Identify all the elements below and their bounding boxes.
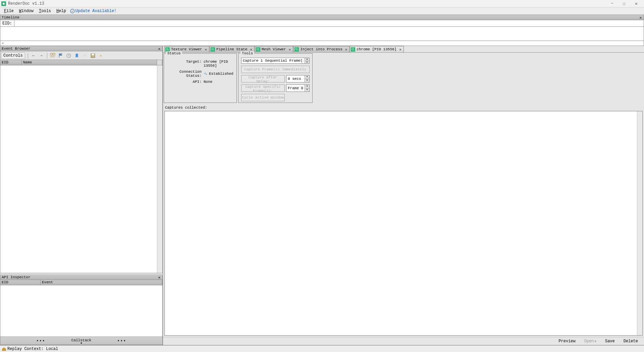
tools-groupbox: Tools ▲▼ Capture Frame(s) Immediately Ca… [238,53,313,103]
api-table-header: EID Event [0,280,163,285]
frame-spinner[interactable]: ▲▼ [305,85,309,92]
tab-close-icon[interactable]: ✕ [344,47,348,52]
status-grid: Target: chrome [PID 13556] Connection St… [167,60,234,84]
controls-button[interactable]: Controls [1,52,25,59]
svg-rect-2 [50,53,52,55]
menu-window[interactable]: Window [16,8,36,14]
status-groupbox: Status Target: chrome [PID 13556] Connec… [164,53,237,103]
capture-specific-button[interactable]: Capture Specific Frame(s): [241,84,285,92]
prev-icon[interactable]: ⇐ [31,53,36,58]
timeline-eid-input[interactable] [14,20,644,26]
timeline-close-icon[interactable]: ✕ [639,15,642,20]
svg-line-15 [297,50,298,51]
status-target-label: Target: [167,60,204,68]
timeline-track[interactable] [0,27,644,41]
menu-tools[interactable]: Tools [36,8,54,14]
frame-input[interactable] [286,85,305,92]
magnifier-icon [165,47,170,52]
timeline-title-text: Timeline [2,15,19,19]
capture-sequential-input[interactable] [241,58,305,63]
api-inspector-title-text: API Inspector [2,275,31,279]
capture-now-button[interactable]: Capture Frame(s) Immediately [241,66,310,73]
app-title: RenderDoc v1.13 [8,1,609,6]
api-inspector-close-icon[interactable]: ✕ [157,275,161,280]
gear-icon[interactable]: ✲ [82,53,88,58]
preview-button[interactable]: Preview [556,338,578,344]
menu-file[interactable]: File [1,8,16,14]
right-footer: Preview Open▼ Save Delete [163,337,644,345]
bookmark-icon[interactable] [74,53,79,58]
event-col-eid[interactable]: EID [0,60,22,65]
tab-close-icon[interactable]: ✕ [398,47,402,52]
timeline-panel: Timeline ✕ EID: « [0,15,644,46]
frame-input-wrap: ▲▼ [286,84,310,92]
right-column: Texture Viewer ✕ Pipeline State ✕ Mesh V… [163,46,644,345]
event-browser-title-text: Event Browser [2,47,31,51]
timeline-eid-row: EID: [0,20,644,27]
tab-inject-into-process[interactable]: Inject into Process ✕ [293,46,350,52]
tab-label: Texture Viewer [171,47,202,51]
callstack-toggle[interactable]: Callstack ▲ [71,338,91,344]
event-col-scroll-corner [157,60,162,65]
menu-bar: File Window Tools Help Update Available! [0,7,644,15]
next-icon[interactable]: ⇒ [39,53,44,58]
tab-close-icon[interactable]: ✕ [249,47,253,52]
capture-sequential-row: ▲▼ [241,58,310,64]
open-label: Open [584,339,594,344]
magnifier-icon [351,47,355,52]
tab-mesh-viewer[interactable]: Mesh Viewer ✕ [255,46,293,52]
tab-label: Inject into Process [300,47,342,51]
timeline-zoom-reset[interactable]: « [0,41,644,46]
event-table-scrollbar[interactable] [157,65,162,273]
window-controls: − ☐ ✕ [609,1,643,6]
maximize-button[interactable]: ☐ [621,1,627,6]
save-icon[interactable] [90,53,96,58]
event-browser-panel: Event Browser ✕ Controls ⇐ ⇒ ✲ ★ EID Nam… [0,46,163,273]
minimize-button[interactable]: − [609,1,615,6]
tab-label: chrome [PID 13556] [357,47,396,51]
captures-list[interactable] [164,111,643,336]
delay-input-wrap: ▲▼ [286,75,310,82]
tab-chrome-pid[interactable]: chrome [PID 13556] ✕ [350,46,404,52]
find-icon[interactable] [50,53,55,58]
api-footer-grip-left[interactable]: ••• [0,339,82,343]
event-browser-close-icon[interactable]: ✕ [157,47,161,51]
capture-sequential-spinner[interactable]: ▲▼ [305,58,309,63]
tab-close-icon[interactable]: ✕ [288,47,292,52]
event-table-header: EID Name [0,60,163,65]
close-button[interactable]: ✕ [633,1,639,6]
tab-close-icon[interactable]: ✕ [204,47,208,52]
svg-rect-3 [53,53,55,55]
right-body: Status Target: chrome [PID 13556] Connec… [163,53,644,345]
status-api-value: None [204,80,234,84]
update-available-link[interactable]: Update Available! [75,9,116,13]
clock-icon[interactable] [66,53,71,58]
save-button[interactable]: Save [602,338,618,344]
status-target-value: chrome [PID 13556] [204,60,234,68]
open-button[interactable]: Open▼ [582,338,599,344]
svg-line-11 [213,50,214,51]
api-inspector-title: API Inspector ✕ [0,275,163,280]
captures-scrollbar[interactable] [637,111,642,335]
delay-spinner[interactable]: ▲▼ [305,75,309,82]
api-inspector-panel: API Inspector ✕ EID Event ••• Callstack … [0,275,163,345]
svg-line-17 [354,50,355,51]
app-icon [1,1,6,6]
left-column: Event Browser ✕ Controls ⇐ ⇒ ✲ ★ EID Nam… [0,46,163,345]
api-col-event[interactable]: Event [41,280,162,285]
event-col-name[interactable]: Name [22,60,157,65]
delay-input[interactable] [286,75,305,82]
tab-label: Pipeline State [216,47,247,51]
event-table-body[interactable] [0,65,163,273]
flag-icon[interactable] [58,53,63,58]
timeline-body: EID: « [0,20,644,46]
cycle-window-button[interactable]: Cycle Active Window [241,94,285,101]
api-table-body[interactable] [0,285,163,337]
star-icon[interactable]: ★ [98,53,104,58]
magnifier-icon [294,47,299,52]
menu-help[interactable]: Help [54,8,69,14]
api-col-eid[interactable]: EID [0,280,41,285]
api-footer-grip-right[interactable]: ••• [82,339,163,343]
delete-button[interactable]: Delete [621,338,641,344]
capture-delay-button[interactable]: Capture After Delay: [241,75,285,82]
